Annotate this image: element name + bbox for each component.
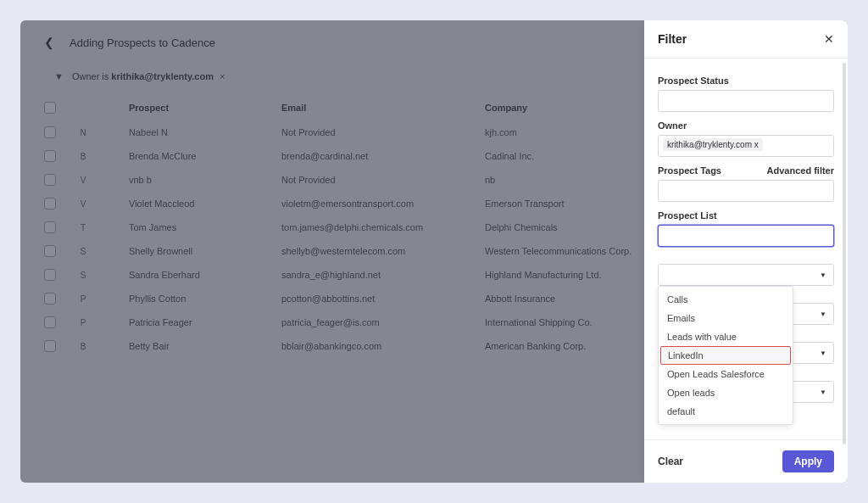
label-prospect-tags: Prospect Tags Advanced filter [658,165,834,176]
label-prospect-status: Prospect Status [658,75,834,86]
dropdown-item[interactable]: Emails [659,309,793,327]
close-icon[interactable]: ✕ [824,32,834,46]
chevron-down-icon: ▼ [820,349,826,357]
chevron-down-icon: ▼ [820,388,826,396]
dropdown-item[interactable]: Open Leads Salesforce [659,365,793,383]
filter-body: Prospect Status Owner krithika@tryklenty… [644,59,848,439]
prospect-list-dropdown[interactable]: CallsEmailsLeads with valueLinkedInOpen … [658,286,793,425]
clear-button[interactable]: Clear [658,455,683,467]
dropdown-item[interactable]: Leads with value [659,327,793,346]
chevron-down-icon: ▼ [820,310,826,318]
tags-label-text: Prospect Tags [658,165,721,176]
filter-footer: Clear Apply [644,439,848,483]
apply-button[interactable]: Apply [782,450,834,472]
owner-tag-text: krithika@tryklenty.com x [667,140,759,149]
prospect-tags-input[interactable] [658,180,834,202]
filter-title: Filter [658,32,687,46]
dropdown-item[interactable]: LinkedIn [660,346,791,365]
owner-input[interactable]: krithika@tryklenty.com x [658,135,834,157]
filter-panel: Filter ✕ Prospect Status Owner krithika@… [644,20,848,483]
prospect-list-input[interactable] [658,225,834,247]
dropdown-item[interactable]: Open leads [659,383,793,402]
owner-tag-chip[interactable]: krithika@tryklenty.com x [663,138,763,151]
chevron-down-icon: ▼ [820,271,826,279]
dropdown-item[interactable]: Calls [659,290,793,309]
advanced-filter-link[interactable]: Advanced filter [767,165,834,176]
scrollbar[interactable] [843,63,846,444]
select-field-1[interactable]: ▼ [658,264,834,286]
app-window: ❮ Adding Prospects to Cadence ▼ Owner is… [20,20,848,483]
label-prospect-list: Prospect List [658,210,834,221]
filter-header: Filter ✕ [644,20,848,59]
prospect-status-input[interactable] [658,90,834,112]
dropdown-item[interactable]: default [659,402,793,421]
label-owner: Owner [658,120,834,131]
